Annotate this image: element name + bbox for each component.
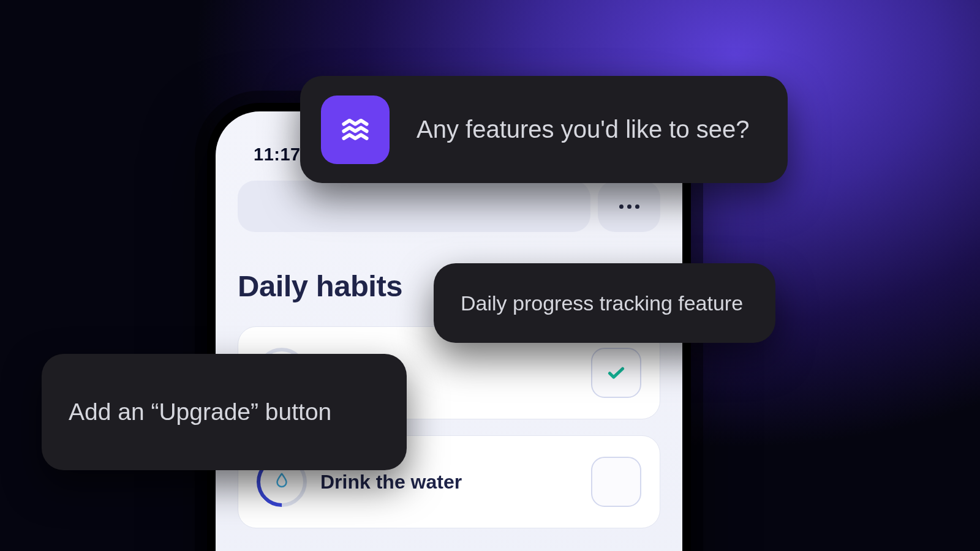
more-button[interactable] [598,181,660,232]
habit-checkbox[interactable] [591,348,641,398]
app-logo-icon [321,96,390,164]
status-time: 11:17 [254,144,301,165]
more-horizontal-icon [627,204,631,209]
habit-info: Drink the water [320,471,578,493]
response-text: Add an “Upgrade” button [69,399,331,425]
response-text: Daily progress tracking feature [461,291,743,315]
prompt-bubble: Any features you'd like to see? [300,76,788,183]
prompt-text: Any features you'd like to see? [417,116,750,143]
habit-checkbox[interactable] [591,457,641,507]
more-horizontal-icon [619,204,624,209]
response-bubble-right: Daily progress tracking feature [434,263,775,343]
toolbar [238,181,660,232]
more-horizontal-icon [635,204,639,209]
habit-title: Drink the water [320,471,578,493]
water-drop-icon [273,471,291,492]
search-input[interactable] [238,181,590,232]
checkmark-icon [605,362,627,384]
response-bubble-left: Add an “Upgrade” button [42,354,407,470]
